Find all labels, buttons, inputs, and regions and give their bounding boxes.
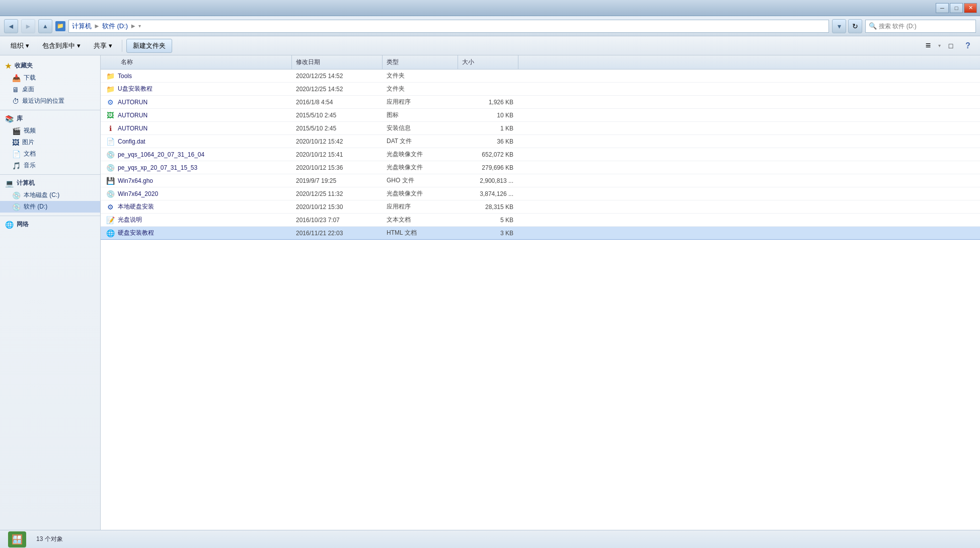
file-date-cell: 2016/1/8 4:54: [292, 99, 383, 106]
file-size-cell: 3,874,126 ...: [458, 190, 518, 197]
file-type-cell: 文本文档: [383, 216, 458, 224]
recent-icon: ⏱: [12, 97, 19, 105]
computer-icon: 💻: [5, 179, 14, 187]
search-icon: 🔍: [869, 22, 877, 30]
file-name-cell: 📄 Config.dat: [101, 137, 292, 146]
table-row[interactable]: 📄 Config.dat 2020/10/12 15:42 DAT 文件 36 …: [101, 135, 980, 148]
col-header-name[interactable]: 名称: [101, 55, 292, 69]
table-row[interactable]: 🖼 AUTORUN 2015/5/10 2:45 图标 10 KB: [101, 109, 980, 122]
sidebar-section-favorites: ★ 收藏夹 📥 下载 🖥 桌面 ⏱ 最近访问的位置: [0, 59, 100, 107]
preview-button[interactable]: □: [944, 39, 958, 53]
file-name-cell: 📁 U盘安装教程: [101, 85, 292, 94]
path-dropdown-arrow[interactable]: ▾: [138, 23, 141, 29]
file-size-cell: 2,900,813 ...: [458, 177, 518, 184]
table-row[interactable]: 📁 U盘安装教程 2020/12/25 14:52 文件夹: [101, 83, 980, 96]
close-button[interactable]: ✕: [964, 3, 977, 13]
table-row[interactable]: 💿 pe_yqs_1064_20_07_31_16_04 2020/10/12 …: [101, 148, 980, 161]
search-box[interactable]: 🔍: [865, 20, 976, 33]
path-computer[interactable]: 计算机: [72, 22, 92, 31]
file-date-cell: 2020/10/12 15:36: [292, 164, 383, 171]
help-button[interactable]: ?: [961, 39, 975, 53]
sidebar-item-image[interactable]: 🖼 图片: [0, 136, 100, 148]
file-name-cell: ⚙ 本地硬盘安装: [101, 202, 292, 212]
table-row[interactable]: 💾 Win7x64.gho 2019/9/7 19:25 GHO 文件 2,90…: [101, 174, 980, 187]
back-button[interactable]: ◄: [4, 19, 18, 33]
file-icon-html: 🌐: [106, 229, 115, 238]
new-folder-button[interactable]: 新建文件夹: [126, 39, 172, 53]
search-input[interactable]: [879, 23, 972, 30]
table-row[interactable]: 📝 光盘说明 2016/10/23 7:07 文本文档 5 KB: [101, 214, 980, 227]
file-date-cell: 2015/5/10 2:45: [292, 112, 383, 119]
organize-button[interactable]: 组织 ▾: [5, 39, 35, 53]
library-button[interactable]: 包含到库中 ▾: [37, 39, 86, 53]
forward-button[interactable]: ►: [21, 19, 35, 33]
sidebar-item-recent[interactable]: ⏱ 最近访问的位置: [0, 95, 100, 107]
sidebar-item-music[interactable]: 🎵 音乐: [0, 160, 100, 171]
title-bar: ─ □ ✕: [0, 0, 980, 16]
dropdown-button[interactable]: ▾: [832, 19, 846, 33]
table-row[interactable]: ⚙ AUTORUN 2016/1/8 4:54 应用程序 1,926 KB: [101, 96, 980, 109]
file-type-cell: 安装信息: [383, 124, 458, 132]
file-icon-exe_blue: ⚙: [106, 202, 115, 212]
sidebar-item-document[interactable]: 📄 文档: [0, 148, 100, 160]
table-row[interactable]: 💿 Win7x64_2020 2020/12/25 11:32 光盘映像文件 3…: [101, 187, 980, 200]
sidebar: ★ 收藏夹 📥 下载 🖥 桌面 ⏱ 最近访问的位置 📚 库: [0, 55, 101, 530]
file-list-header: 名称 修改日期 类型 大小: [101, 55, 980, 70]
file-type-cell: HTML 文档: [383, 229, 458, 237]
minimize-button[interactable]: ─: [936, 3, 949, 13]
file-type-cell: 文件夹: [383, 85, 458, 93]
file-name-cell: 💿 pe_yqs_xp_20_07_31_15_53: [101, 163, 292, 172]
col-header-size[interactable]: 大小: [458, 55, 518, 69]
file-type-cell: GHO 文件: [383, 176, 458, 185]
file-type-cell: 光盘映像文件: [383, 150, 458, 159]
address-right: ▾ ↻: [832, 19, 862, 33]
file-name-cell: ℹ AUTORUN: [101, 124, 292, 133]
sidebar-item-local-c[interactable]: 💿 本地磁盘 (C:): [0, 189, 100, 201]
file-name-cell: 🖼 AUTORUN: [101, 111, 292, 120]
sidebar-item-desktop[interactable]: 🖥 桌面: [0, 84, 100, 95]
address-path[interactable]: 计算机 ► 软件 (D:) ► ▾: [68, 20, 829, 33]
sidebar-item-software-d[interactable]: 💿 软件 (D:): [0, 201, 100, 213]
up-button[interactable]: ▲: [38, 19, 52, 33]
sidebar-favorites-header[interactable]: ★ 收藏夹: [0, 59, 100, 72]
status-app-icon: 🪟: [8, 531, 26, 547]
refresh-button[interactable]: ↻: [848, 19, 862, 33]
path-drive[interactable]: 软件 (D:): [102, 22, 128, 31]
title-bar-buttons: ─ □ ✕: [936, 3, 977, 13]
file-area: 名称 修改日期 类型 大小 📁 Tools 2020/12/25 14:52 文…: [101, 55, 980, 530]
share-button[interactable]: 共享 ▾: [88, 39, 118, 53]
table-row[interactable]: 💿 pe_yqs_xp_20_07_31_15_53 2020/10/12 15…: [101, 161, 980, 174]
table-row[interactable]: ⚙ 本地硬盘安装 2020/10/12 15:30 应用程序 28,315 KB: [101, 200, 980, 214]
sidebar-network-header[interactable]: 🌐 网络: [0, 218, 100, 231]
file-type-cell: 应用程序: [383, 98, 458, 106]
sidebar-item-video[interactable]: 🎬 视频: [0, 125, 100, 136]
file-date-cell: 2020/12/25 11:32: [292, 190, 383, 197]
file-name-cell: 💾 Win7x64.gho: [101, 176, 292, 185]
sidebar-section-library: 📚 库 🎬 视频 🖼 图片 📄 文档 🎵 音乐: [0, 112, 100, 171]
file-date-cell: 2016/10/23 7:07: [292, 217, 383, 224]
file-type-cell: 光盘映像文件: [383, 189, 458, 198]
table-row[interactable]: 📁 Tools 2020/12/25 14:52 文件夹: [101, 70, 980, 83]
music-icon: 🎵: [12, 162, 21, 170]
file-icon-exe: ⚙: [106, 98, 115, 107]
view-toggle-button[interactable]: ≡: [921, 39, 935, 53]
sidebar-section-computer: 💻 计算机 💿 本地磁盘 (C:) 💿 软件 (D:): [0, 177, 100, 213]
file-date-cell: 2015/5/10 2:45: [292, 125, 383, 132]
sidebar-computer-header[interactable]: 💻 计算机: [0, 177, 100, 189]
file-date-cell: 2020/10/12 15:30: [292, 203, 383, 211]
file-size-cell: 3 KB: [458, 230, 518, 237]
table-row[interactable]: 🌐 硬盘安装教程 2016/11/21 22:03 HTML 文档 3 KB: [101, 227, 980, 240]
sidebar-library-header[interactable]: 📚 库: [0, 112, 100, 125]
col-header-type[interactable]: 类型: [383, 55, 458, 69]
col-header-date[interactable]: 修改日期: [292, 55, 383, 69]
downloads-icon: 📥: [12, 74, 21, 82]
sidebar-item-downloads[interactable]: 📥 下载: [0, 72, 100, 84]
file-type-cell: 文件夹: [383, 72, 458, 80]
table-row[interactable]: ℹ AUTORUN 2015/5/10 2:45 安装信息 1 KB: [101, 122, 980, 135]
location-icon: 📁: [55, 21, 65, 31]
file-icon-gho: 💾: [106, 176, 115, 185]
file-type-cell: 图标: [383, 111, 458, 119]
maximize-button[interactable]: □: [950, 3, 963, 13]
sidebar-section-network: 🌐 网络: [0, 218, 100, 231]
file-size-cell: 652,072 KB: [458, 151, 518, 158]
